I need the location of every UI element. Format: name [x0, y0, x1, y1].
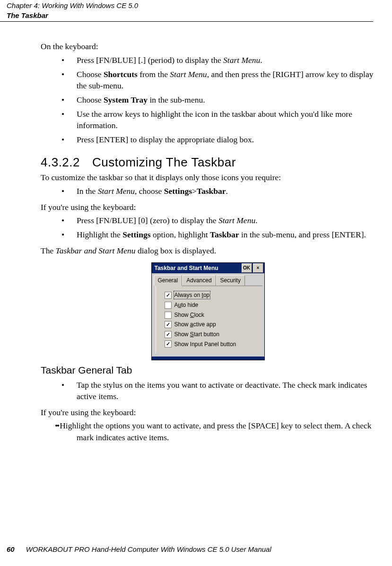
option-auto-hide[interactable]: Auto hide [165, 301, 257, 309]
ok-button[interactable]: OK [242, 263, 252, 273]
list-item: Press [FN/BLUE] [.] (period) to display … [61, 54, 375, 66]
paragraph: If you're using the keyboard: [41, 201, 375, 213]
footer-text: WORKABOUT PRO Hand-Held Computer With Wi… [26, 545, 271, 553]
bullet-list: Press [FN/BLUE] [0] (zero) to display th… [41, 215, 375, 240]
page-content: On the keyboard: Press [FN/BLUE] [.] (pe… [0, 22, 392, 443]
tab-security[interactable]: Security [216, 275, 245, 286]
tab-strip: General Advanced Security Always on top … [152, 273, 264, 354]
bullet-list: •Highlight the options you want to activ… [41, 420, 375, 443]
checkbox-icon[interactable] [165, 312, 172, 319]
paragraph: If you're using the keyboard: [41, 407, 375, 418]
page-number: 60 [7, 545, 15, 553]
checkbox-icon[interactable] [165, 292, 172, 299]
checkbox-icon[interactable] [165, 340, 172, 348]
section-label: The Taskbar [7, 11, 373, 21]
checkbox-icon[interactable] [165, 302, 172, 309]
dialog-titlebar: Taskbar and Start Menu OK × [152, 263, 264, 273]
list-item: Press [ENTER] to display the appropriate… [61, 134, 375, 145]
list-item: Press [FN/BLUE] [0] (zero) to display th… [61, 215, 375, 226]
paragraph: On the keyboard: [41, 41, 375, 52]
dialog-title: Taskbar and Start Menu [155, 264, 218, 272]
tab-general[interactable]: General [154, 275, 183, 286]
checkbox-icon[interactable] [165, 331, 172, 338]
tab-body-general: Always on top Auto hide Show Clock Show … [156, 286, 261, 354]
checkbox-icon[interactable] [165, 321, 172, 328]
option-show-clock[interactable]: Show Clock [165, 311, 257, 319]
bullet-list: Press [FN/BLUE] [.] (period) to display … [41, 54, 375, 146]
option-show-active-app[interactable]: Show active app [165, 321, 257, 329]
list-item: Choose System Tray in the sub-menu. [61, 94, 375, 105]
close-button[interactable]: × [253, 263, 263, 273]
page-footer: 60WORKABOUT PRO Hand-Held Computer With … [7, 545, 271, 555]
paragraph: The Taskbar and Start Menu dialog box is… [41, 245, 375, 256]
dialog-screenshot: Taskbar and Start Menu OK × General Adva… [41, 263, 375, 360]
chapter-label: Chapter 4: Working With Windows CE 5.0 [7, 1, 373, 11]
list-item: Tap the stylus on the items you want to … [61, 379, 375, 402]
heading-4-3-2-2: 4.3.2.2Customizing The Taskbar [41, 154, 375, 171]
option-show-input-panel[interactable]: Show Input Panel button [165, 340, 257, 348]
bullet-list: Tap the stylus on the items you want to … [41, 379, 375, 402]
option-always-on-top[interactable]: Always on top [165, 291, 257, 300]
page-header: Chapter 4: Working With Windows CE 5.0 T… [0, 0, 373, 22]
option-show-start-button[interactable]: Show Start button [165, 331, 257, 339]
bullet-list: In the Start Menu, choose Settings>Taskb… [41, 185, 375, 197]
list-item: In the Start Menu, choose Settings>Taskb… [61, 185, 375, 197]
list-item: •Highlight the options you want to activ… [55, 420, 375, 443]
taskbar-dialog: Taskbar and Start Menu OK × General Adva… [152, 263, 264, 360]
tab-advanced[interactable]: Advanced [182, 275, 216, 286]
list-item: Highlight the Settings option, highlight… [61, 229, 375, 240]
list-item: Choose Shortcuts from the Start Menu, an… [61, 69, 375, 91]
heading-taskbar-general-tab: Taskbar General Tab [41, 364, 375, 377]
dialog-bottom-bar [152, 357, 264, 360]
list-item: Use the arrow keys to highlight the icon… [61, 108, 375, 131]
paragraph: To customize the taskbar so that it disp… [41, 172, 375, 183]
